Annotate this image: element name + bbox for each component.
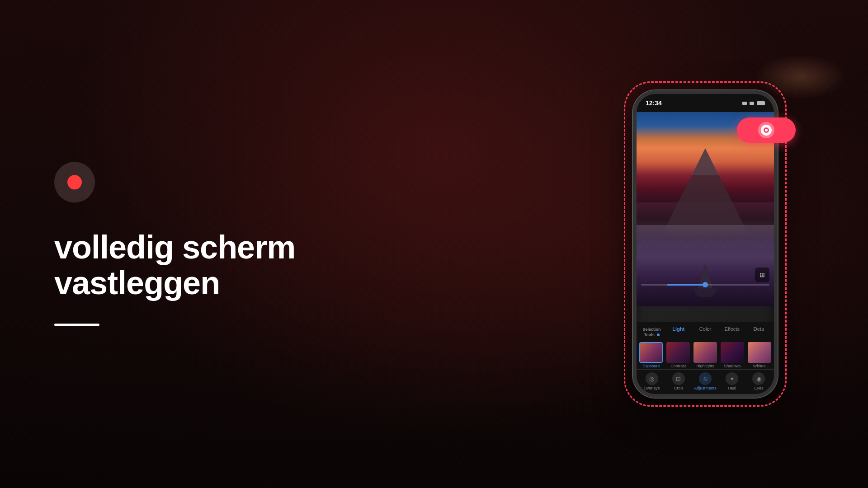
battery-icon	[757, 101, 765, 105]
signal-icon	[742, 102, 747, 105]
title-divider	[54, 324, 99, 326]
layers-icon: ⊞	[760, 271, 765, 278]
status-time: 12:34	[646, 99, 662, 107]
record-icon-circle[interactable]	[54, 162, 95, 202]
phone-mockup-area: 12:34 ⊞	[633, 90, 778, 398]
phone-notch	[678, 94, 732, 107]
record-pill-inner	[761, 125, 772, 136]
title-line-2: vastleggen	[54, 266, 295, 301]
record-pill-outer	[758, 122, 774, 138]
record-button-pill[interactable]	[737, 117, 796, 143]
left-content-area: volledig scherm vastleggen	[54, 162, 295, 326]
main-title: volledig scherm vastleggen	[54, 230, 295, 301]
title-line-1: volledig scherm	[54, 230, 295, 265]
status-icons	[742, 101, 765, 105]
wifi-icon	[750, 102, 754, 105]
record-dot-icon	[67, 175, 82, 189]
layers-button[interactable]: ⊞	[755, 267, 769, 282]
record-pill-core	[764, 127, 769, 133]
